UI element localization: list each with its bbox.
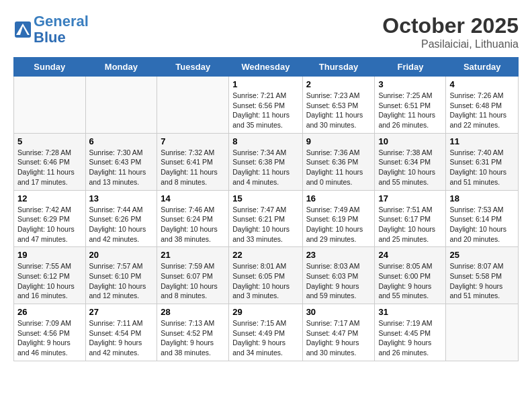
day-info: Sunrise: 7:15 AM Sunset: 4:49 PM Dayligh… [232,318,298,358]
day-number: 28 [161,307,225,317]
calendar-cell: 26Sunrise: 7:09 AM Sunset: 4:56 PM Dayli… [14,304,86,361]
week-row-2: 5Sunrise: 7:28 AM Sunset: 6:46 PM Daylig… [14,133,519,190]
calendar-table: SundayMondayTuesdayWednesdayThursdayFrid… [13,57,519,361]
day-number: 2 [306,79,371,89]
location-title: Pasilaiciai, Lithuania [382,38,519,50]
calendar-cell [85,77,157,134]
week-row-1: 1Sunrise: 7:21 AM Sunset: 6:56 PM Daylig… [14,77,519,134]
week-row-4: 19Sunrise: 7:55 AM Sunset: 6:12 PM Dayli… [14,247,519,304]
day-number: 12 [17,193,82,203]
day-number: 27 [89,307,154,317]
day-number: 21 [161,250,225,260]
day-info: Sunrise: 7:47 AM Sunset: 6:21 PM Dayligh… [232,205,298,244]
weekday-header-tuesday: Tuesday [157,58,229,77]
day-number: 19 [17,250,82,260]
day-info: Sunrise: 7:53 AM Sunset: 6:14 PM Dayligh… [449,205,515,244]
day-info: Sunrise: 7:09 AM Sunset: 4:56 PM Dayligh… [17,318,82,358]
calendar-cell [14,77,86,134]
day-info: Sunrise: 7:17 AM Sunset: 4:47 PM Dayligh… [306,318,371,358]
day-info: Sunrise: 7:36 AM Sunset: 6:36 PM Dayligh… [306,148,371,187]
weekday-header-sunday: Sunday [14,58,86,77]
day-info: Sunrise: 7:55 AM Sunset: 6:12 PM Dayligh… [17,261,82,301]
calendar-cell: 10Sunrise: 7:38 AM Sunset: 6:34 PM Dayli… [375,133,446,190]
logo: General Blue [13,13,89,46]
week-row-3: 12Sunrise: 7:42 AM Sunset: 6:29 PM Dayli… [14,190,519,247]
day-number: 13 [89,193,154,203]
day-number: 5 [17,136,82,146]
title-block: October 2025 Pasilaiciai, Lithuania [382,13,519,50]
calendar-cell [157,77,229,134]
calendar-cell: 13Sunrise: 7:44 AM Sunset: 6:26 PM Dayli… [85,190,157,247]
day-number: 8 [232,136,298,146]
day-number: 16 [306,193,371,203]
day-number: 18 [449,193,515,203]
day-info: Sunrise: 7:40 AM Sunset: 6:31 PM Dayligh… [449,148,515,187]
weekday-header-wednesday: Wednesday [229,58,302,77]
day-info: Sunrise: 7:21 AM Sunset: 6:56 PM Dayligh… [232,91,298,130]
calendar-cell: 9Sunrise: 7:36 AM Sunset: 6:36 PM Daylig… [302,133,375,190]
weekday-header-thursday: Thursday [302,58,375,77]
day-info: Sunrise: 8:01 AM Sunset: 6:05 PM Dayligh… [232,261,298,301]
day-number: 31 [378,307,442,317]
day-info: Sunrise: 7:38 AM Sunset: 6:34 PM Dayligh… [378,148,442,187]
calendar-cell: 16Sunrise: 7:49 AM Sunset: 6:19 PM Dayli… [302,190,375,247]
day-number: 10 [378,136,442,146]
calendar-cell: 3Sunrise: 7:25 AM Sunset: 6:51 PM Daylig… [375,77,446,134]
day-info: Sunrise: 7:32 AM Sunset: 6:41 PM Dayligh… [161,148,225,187]
day-info: Sunrise: 8:03 AM Sunset: 6:03 PM Dayligh… [306,261,371,301]
page-header: General Blue October 2025 Pasilaiciai, L… [13,13,519,50]
day-number: 29 [232,307,298,317]
day-number: 7 [161,136,225,146]
day-info: Sunrise: 7:49 AM Sunset: 6:19 PM Dayligh… [306,205,371,244]
calendar-cell: 21Sunrise: 7:59 AM Sunset: 6:07 PM Dayli… [157,247,229,304]
logo-icon [13,20,32,39]
calendar-cell: 14Sunrise: 7:46 AM Sunset: 6:24 PM Dayli… [157,190,229,247]
day-number: 30 [306,307,371,317]
logo-text: General Blue [34,13,89,46]
day-number: 4 [449,79,515,89]
calendar-cell: 31Sunrise: 7:19 AM Sunset: 4:45 PM Dayli… [375,304,446,361]
day-info: Sunrise: 7:34 AM Sunset: 6:38 PM Dayligh… [232,148,298,187]
calendar-cell: 12Sunrise: 7:42 AM Sunset: 6:29 PM Dayli… [14,190,86,247]
day-number: 20 [89,250,154,260]
day-info: Sunrise: 7:57 AM Sunset: 6:10 PM Dayligh… [89,261,154,301]
weekday-row: SundayMondayTuesdayWednesdayThursdayFrid… [14,58,519,77]
weekday-header-saturday: Saturday [446,58,519,77]
day-number: 15 [232,193,298,203]
day-info: Sunrise: 7:11 AM Sunset: 4:54 PM Dayligh… [89,318,154,358]
day-number: 26 [17,307,82,317]
calendar-cell: 23Sunrise: 8:03 AM Sunset: 6:03 PM Dayli… [302,247,375,304]
calendar-cell: 8Sunrise: 7:34 AM Sunset: 6:38 PM Daylig… [229,133,302,190]
day-info: Sunrise: 7:44 AM Sunset: 6:26 PM Dayligh… [89,205,154,244]
day-number: 6 [89,136,154,146]
calendar-cell [446,304,519,361]
calendar-cell: 1Sunrise: 7:21 AM Sunset: 6:56 PM Daylig… [229,77,302,134]
day-number: 3 [378,79,442,89]
day-info: Sunrise: 7:42 AM Sunset: 6:29 PM Dayligh… [17,205,82,244]
weekday-header-friday: Friday [375,58,446,77]
calendar-cell: 5Sunrise: 7:28 AM Sunset: 6:46 PM Daylig… [14,133,86,190]
calendar-cell: 2Sunrise: 7:23 AM Sunset: 6:53 PM Daylig… [302,77,375,134]
calendar-cell: 6Sunrise: 7:30 AM Sunset: 6:43 PM Daylig… [85,133,157,190]
weekday-header-monday: Monday [85,58,157,77]
week-row-5: 26Sunrise: 7:09 AM Sunset: 4:56 PM Dayli… [14,304,519,361]
calendar-cell: 11Sunrise: 7:40 AM Sunset: 6:31 PM Dayli… [446,133,519,190]
calendar-header: SundayMondayTuesdayWednesdayThursdayFrid… [14,58,519,77]
day-info: Sunrise: 7:30 AM Sunset: 6:43 PM Dayligh… [89,148,154,187]
day-info: Sunrise: 7:13 AM Sunset: 4:52 PM Dayligh… [161,318,225,358]
day-number: 1 [232,79,298,89]
calendar-cell: 18Sunrise: 7:53 AM Sunset: 6:14 PM Dayli… [446,190,519,247]
day-number: 11 [449,136,515,146]
calendar-cell: 4Sunrise: 7:26 AM Sunset: 6:48 PM Daylig… [446,77,519,134]
calendar-body: 1Sunrise: 7:21 AM Sunset: 6:56 PM Daylig… [14,77,519,361]
day-number: 17 [378,193,442,203]
calendar-cell: 30Sunrise: 7:17 AM Sunset: 4:47 PM Dayli… [302,304,375,361]
day-info: Sunrise: 7:19 AM Sunset: 4:45 PM Dayligh… [378,318,442,358]
calendar-cell: 27Sunrise: 7:11 AM Sunset: 4:54 PM Dayli… [85,304,157,361]
calendar-cell: 15Sunrise: 7:47 AM Sunset: 6:21 PM Dayli… [229,190,302,247]
day-number: 23 [306,250,371,260]
day-number: 25 [449,250,515,260]
day-info: Sunrise: 8:07 AM Sunset: 5:58 PM Dayligh… [449,261,515,301]
calendar-cell: 24Sunrise: 8:05 AM Sunset: 6:00 PM Dayli… [375,247,446,304]
day-info: Sunrise: 7:23 AM Sunset: 6:53 PM Dayligh… [306,91,371,130]
